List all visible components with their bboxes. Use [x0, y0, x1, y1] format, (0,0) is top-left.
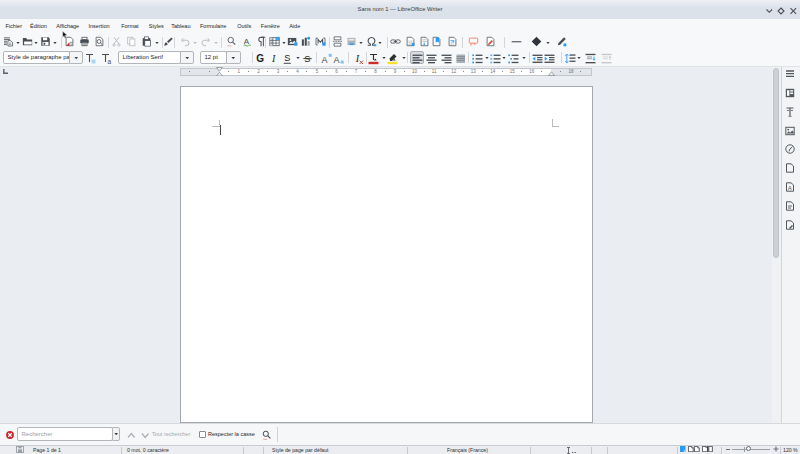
svg-text:G: G	[256, 53, 264, 64]
svg-text:S: S	[284, 53, 290, 63]
svg-text:A: A	[334, 54, 340, 64]
svg-text:A: A	[788, 185, 792, 191]
svg-text:A: A	[244, 37, 250, 46]
svg-text:I: I	[354, 53, 359, 64]
svg-text:I: I	[271, 53, 276, 64]
svg-text:a: a	[107, 57, 111, 64]
svg-text:A: A	[322, 54, 328, 64]
